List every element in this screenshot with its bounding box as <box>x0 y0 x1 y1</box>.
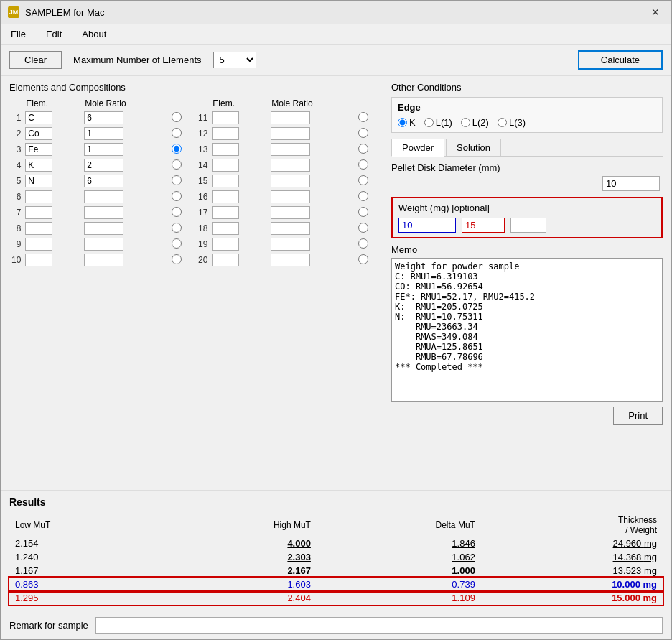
elem-radio-8[interactable] <box>172 223 182 233</box>
elem-radio-14[interactable] <box>358 159 368 170</box>
mole-input-12[interactable] <box>271 127 310 140</box>
elem-input-17[interactable] <box>212 206 239 219</box>
tab-solution[interactable]: Solution <box>446 139 501 156</box>
mole-input-9[interactable] <box>84 238 123 251</box>
mole-input-16[interactable] <box>271 190 310 203</box>
mole-input-11[interactable] <box>271 111 310 124</box>
elem-input-10[interactable] <box>25 254 52 266</box>
elem-input-9[interactable] <box>25 238 52 251</box>
element-row-right-8: 18 <box>196 221 383 236</box>
edge-radio-l2-input[interactable] <box>461 118 470 127</box>
element-row-right-2: 12 <box>196 126 383 142</box>
elem-input-13[interactable] <box>212 143 239 156</box>
edge-radio-l3-input[interactable] <box>498 118 507 127</box>
clear-button[interactable]: Clear <box>9 51 62 69</box>
elem-input-18[interactable] <box>212 222 239 235</box>
result-delta-4: 0.739 <box>317 578 481 591</box>
menu-about[interactable]: About <box>79 27 109 41</box>
elem-radio-4[interactable] <box>172 159 182 170</box>
tab-powder[interactable]: Powder <box>391 139 444 157</box>
row-num-12: 12 <box>196 126 210 142</box>
radio-cell-16 <box>356 189 383 205</box>
elem-input-3[interactable] <box>25 143 52 156</box>
elem-input-2[interactable] <box>25 127 52 140</box>
remark-input[interactable] <box>95 617 663 634</box>
row-num-7: 7 <box>9 205 23 221</box>
mole-input-1[interactable] <box>84 111 123 124</box>
weight-input-3[interactable] <box>510 218 546 233</box>
edge-radio-k-input[interactable] <box>398 118 407 127</box>
mole-input-19[interactable] <box>271 238 310 251</box>
mole-input-7[interactable] <box>84 206 123 219</box>
elem-radio-6[interactable] <box>172 191 182 201</box>
elem-radio-2[interactable] <box>172 128 182 138</box>
result-low-5: 1.295 <box>9 591 160 605</box>
max-elements-select[interactable]: 5 1234 678910 <box>213 52 256 68</box>
elem-input-12[interactable] <box>212 127 239 140</box>
element-row-right-3: 13 <box>196 142 383 157</box>
mole-input-13[interactable] <box>271 143 310 156</box>
mole-input-2[interactable] <box>84 127 123 140</box>
elem-input-16[interactable] <box>212 190 239 203</box>
menu-file[interactable]: File <box>8 27 29 41</box>
elem-input-4[interactable] <box>25 159 52 172</box>
elem-input-5[interactable] <box>25 175 52 187</box>
radio-cell-9 <box>169 236 196 252</box>
weight-input-2[interactable] <box>462 218 505 233</box>
elem-radio-20[interactable] <box>358 254 368 264</box>
memo-textarea[interactable]: Weight for powder sample C: RMU1=6.31910… <box>391 258 663 402</box>
elem-radio-9[interactable] <box>172 238 182 249</box>
edge-radio-l2: L(2) <box>461 117 489 128</box>
weight-input-1[interactable] <box>398 218 456 233</box>
mole-input-6[interactable] <box>84 190 123 203</box>
elem-input-20[interactable] <box>212 254 239 266</box>
mole-input-20[interactable] <box>271 254 310 266</box>
elem-input-19[interactable] <box>212 238 239 251</box>
elem-input-8[interactable] <box>25 222 52 235</box>
elem-radio-10[interactable] <box>172 254 182 264</box>
print-button[interactable]: Print <box>613 407 663 425</box>
radio-cell-11 <box>356 110 383 126</box>
result-thick-2: 14.368 mg <box>481 550 663 564</box>
elem-input-6[interactable] <box>25 190 52 203</box>
elem-radio-3[interactable] <box>172 144 182 154</box>
row-num-17: 17 <box>196 205 210 221</box>
elem-radio-17[interactable] <box>358 207 368 217</box>
row-num-19: 19 <box>196 236 210 252</box>
elem-input-11[interactable] <box>212 111 239 124</box>
row-num-4: 4 <box>9 157 23 173</box>
elem-radio-19[interactable] <box>358 238 368 249</box>
row-num-14: 14 <box>196 157 210 173</box>
elem-radio-1[interactable] <box>172 112 182 122</box>
elem-radio-11[interactable] <box>358 112 368 122</box>
elem-cell-18 <box>210 221 269 236</box>
mole-input-5[interactable] <box>84 175 123 187</box>
col-mole-header-left: Mole Ratio <box>82 97 169 110</box>
calculate-button[interactable]: Calculate <box>578 50 663 70</box>
mole-input-17[interactable] <box>271 206 310 219</box>
elem-input-1[interactable] <box>25 111 52 124</box>
mole-input-15[interactable] <box>271 175 310 187</box>
mole-input-4[interactable] <box>84 159 123 172</box>
mole-input-3[interactable] <box>84 143 123 156</box>
elem-radio-12[interactable] <box>358 128 368 138</box>
elem-radio-7[interactable] <box>172 207 182 217</box>
close-button[interactable]: ✕ <box>647 5 664 19</box>
elem-radio-5[interactable] <box>172 175 182 185</box>
edge-radio-l1-input[interactable] <box>424 118 434 127</box>
mole-input-10[interactable] <box>84 254 123 266</box>
edge-radio-k-label: K <box>409 117 416 128</box>
mole-input-18[interactable] <box>271 222 310 235</box>
elem-input-14[interactable] <box>212 159 239 172</box>
pellet-diameter-input[interactable] <box>602 176 660 191</box>
menu-edit[interactable]: Edit <box>43 27 65 41</box>
mole-input-14[interactable] <box>271 159 310 172</box>
elem-radio-15[interactable] <box>358 175 368 185</box>
mole-input-8[interactable] <box>84 222 123 235</box>
elem-radio-16[interactable] <box>358 191 368 201</box>
result-row-4: 0.863 1.603 0.739 10.000 mg <box>9 578 663 591</box>
elem-radio-18[interactable] <box>358 223 368 233</box>
elem-input-7[interactable] <box>25 206 52 219</box>
elem-radio-13[interactable] <box>358 144 368 154</box>
elem-input-15[interactable] <box>212 175 239 187</box>
